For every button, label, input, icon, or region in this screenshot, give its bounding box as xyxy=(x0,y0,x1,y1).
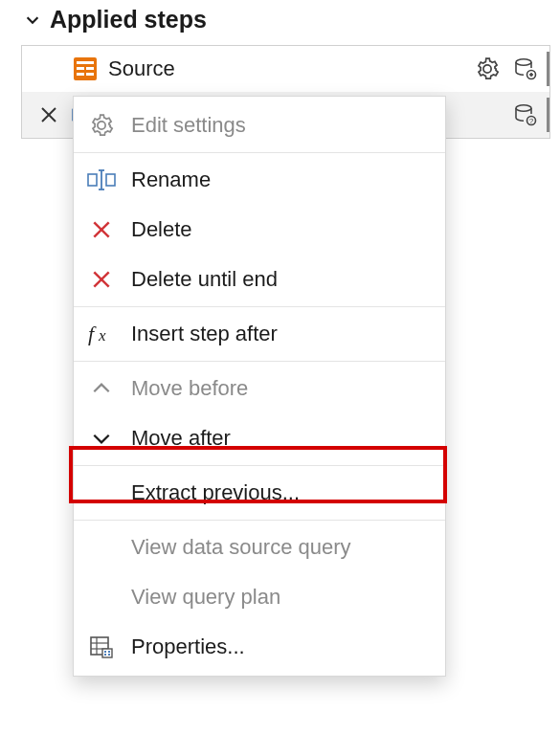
svg-point-6 xyxy=(516,59,531,65)
svg-text:x: x xyxy=(98,326,106,345)
step-context-menu: Edit settings Rename Delete xyxy=(73,96,446,677)
menu-rename[interactable]: Rename xyxy=(74,155,445,205)
chevron-down-icon xyxy=(87,424,116,453)
menu-separator xyxy=(74,306,445,307)
svg-text:?: ? xyxy=(529,117,534,125)
menu-view-query-plan: View query plan xyxy=(74,572,445,622)
svg-rect-2 xyxy=(77,67,84,70)
menu-delete[interactable]: Delete xyxy=(74,205,445,255)
svg-text:f: f xyxy=(88,323,97,345)
applied-steps-header[interactable]: Applied steps xyxy=(0,4,560,39)
blank-icon xyxy=(87,583,116,612)
menu-label: View query plan xyxy=(131,585,430,610)
menu-label: View data source query xyxy=(131,535,430,560)
fx-icon: f x xyxy=(87,320,116,348)
step-label: Source xyxy=(108,56,175,81)
svg-rect-5 xyxy=(86,73,94,76)
scrollbar-indicator xyxy=(547,98,549,132)
menu-label: Edit settings xyxy=(131,113,430,138)
gear-icon xyxy=(87,111,116,140)
svg-rect-4 xyxy=(77,73,84,76)
delete-step-placeholder xyxy=(35,56,62,82)
step-row-source[interactable]: Source xyxy=(22,46,549,92)
svg-rect-36 xyxy=(104,651,106,653)
rename-icon xyxy=(87,166,116,194)
svg-rect-39 xyxy=(108,654,110,656)
menu-label: Extract previous... xyxy=(131,480,430,505)
menu-move-after[interactable]: Move after xyxy=(74,413,445,463)
section-title: Applied steps xyxy=(50,6,207,33)
svg-rect-1 xyxy=(77,61,94,64)
menu-separator xyxy=(74,361,445,362)
menu-view-data-source-query: View data source query xyxy=(74,523,445,572)
menu-label: Delete xyxy=(131,217,430,242)
menu-insert-step-after[interactable]: f x Insert step after xyxy=(74,309,445,359)
blank-icon xyxy=(87,478,116,507)
menu-label: Move after xyxy=(131,426,430,451)
delete-icon xyxy=(87,215,116,244)
menu-separator xyxy=(74,465,445,466)
source-step-icon xyxy=(72,56,99,82)
data-source-icon[interactable]: ? xyxy=(511,100,540,129)
svg-rect-21 xyxy=(106,174,115,186)
chevron-up-icon xyxy=(87,374,116,403)
delete-icon xyxy=(87,265,116,294)
data-source-icon[interactable] xyxy=(511,55,540,83)
expand-collapse-icon xyxy=(23,11,42,30)
menu-label: Move before xyxy=(131,376,430,401)
menu-delete-until-end[interactable]: Delete until end xyxy=(74,255,445,304)
svg-point-17 xyxy=(516,105,531,111)
menu-label: Rename xyxy=(131,167,430,192)
properties-icon xyxy=(87,633,116,661)
menu-label: Delete until end xyxy=(131,267,430,292)
svg-rect-3 xyxy=(86,67,94,70)
menu-edit-settings: Edit settings xyxy=(74,100,445,150)
gear-icon[interactable] xyxy=(473,55,502,83)
delete-step-button[interactable] xyxy=(35,101,62,128)
menu-label: Properties... xyxy=(131,634,430,659)
menu-separator xyxy=(74,152,445,153)
svg-rect-37 xyxy=(108,651,110,653)
menu-label: Insert step after xyxy=(131,322,430,346)
menu-properties[interactable]: Properties... xyxy=(74,622,445,672)
menu-move-before: Move before xyxy=(74,364,445,413)
blank-icon xyxy=(87,533,116,562)
menu-extract-previous[interactable]: Extract previous... xyxy=(74,468,445,518)
svg-rect-35 xyxy=(102,649,112,657)
svg-rect-38 xyxy=(104,654,106,656)
scrollbar-indicator xyxy=(547,52,549,86)
svg-rect-20 xyxy=(88,174,97,186)
menu-separator xyxy=(74,520,445,521)
